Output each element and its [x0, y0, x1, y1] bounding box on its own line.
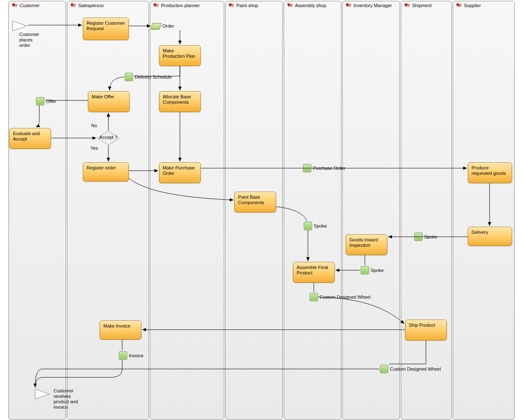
svg-point-14: [232, 5, 232, 5]
decision-no-label: No: [91, 123, 97, 128]
data-object-invoice[interactable]: [119, 351, 127, 360]
svg-point-21: [348, 4, 348, 5]
svg-point-12: [229, 4, 230, 5]
data-object-spoke-3[interactable]: [361, 266, 369, 274]
svg-point-28: [457, 4, 457, 5]
task-make-offer[interactable]: Make Offer: [88, 91, 130, 112]
data-object-purchase-order[interactable]: [303, 164, 311, 172]
task-ship-product[interactable]: Ship Product: [405, 320, 447, 341]
start-event-icon: [12, 20, 28, 32]
task-make-invoice[interactable]: Make Invoice: [100, 320, 141, 340]
task-register-order[interactable]: Register order: [83, 162, 129, 182]
decision-yes-label: Yes: [90, 146, 98, 151]
svg-point-27: [408, 5, 409, 5]
lane-supplier: Supplier: [453, 1, 515, 420]
task-make-purchase-order[interactable]: Make Purchase Order: [159, 162, 201, 183]
svg-point-11: [157, 5, 158, 5]
task-produce-requested-goods[interactable]: Produce requested goods: [468, 162, 512, 183]
svg-point-6: [74, 5, 74, 5]
svg-marker-33: [35, 389, 49, 399]
lane-title: Supplier: [464, 3, 481, 8]
role-icon: [153, 3, 159, 8]
role-icon: [70, 3, 77, 8]
lane-inventory: Inventory Manager: [342, 1, 400, 420]
decision-accept[interactable]: Accept ?: [97, 131, 120, 146]
lane-title: Paint shop: [236, 3, 258, 8]
svg-marker-32: [13, 21, 27, 31]
end-event-icon: [34, 388, 50, 400]
task-goods-inward-inspection[interactable]: Goods Inward Inspection: [346, 234, 387, 255]
svg-point-30: [459, 5, 460, 5]
svg-point-3: [16, 5, 16, 5]
svg-point-9: [155, 4, 156, 5]
svg-point-22: [349, 5, 349, 5]
lane-title: Inventory Manager: [354, 3, 392, 8]
data-object-spoke-2[interactable]: [414, 233, 423, 241]
task-evaluate-accept[interactable]: Evaluate and Accept: [9, 128, 51, 149]
lane-shipment: Shipment: [401, 1, 452, 420]
start-event-label: Customer places order: [19, 32, 44, 48]
svg-point-13: [231, 4, 231, 5]
svg-point-0: [13, 4, 13, 5]
svg-point-17: [289, 4, 290, 5]
role-icon: [345, 3, 352, 8]
lane-title: Customer: [20, 3, 40, 8]
svg-point-25: [406, 4, 407, 5]
role-icon: [228, 3, 235, 8]
data-object-delivery-schedule[interactable]: [125, 73, 133, 81]
role-icon: [404, 3, 410, 8]
svg-point-8: [154, 4, 154, 5]
svg-point-16: [288, 4, 288, 5]
task-paint-base-components[interactable]: Paint Base Components: [234, 192, 276, 213]
data-object-offer[interactable]: [36, 97, 44, 105]
lane-title: Assembly shop: [295, 3, 326, 8]
swimlane-diagram: Customer Salesperson Production planner …: [0, 0, 523, 420]
svg-point-4: [71, 4, 72, 5]
data-object-custom-wheel-1[interactable]: [310, 293, 318, 301]
role-icon: [456, 3, 462, 8]
lane-title: Shipment: [412, 3, 431, 8]
svg-point-5: [72, 4, 73, 5]
task-register-customer-request[interactable]: Register Customer Request: [83, 18, 129, 40]
lane-title: Salesperson: [78, 3, 104, 8]
lane-assembly: Assembly shop: [284, 1, 341, 420]
svg-point-23: [350, 5, 350, 5]
lane-customer: Customer: [8, 1, 66, 420]
svg-point-24: [405, 4, 405, 5]
data-object-custom-wheel-2[interactable]: [380, 365, 388, 373]
svg-point-2: [15, 5, 15, 5]
svg-point-29: [458, 4, 459, 5]
svg-point-18: [290, 5, 291, 5]
role-icon: [11, 3, 18, 8]
task-delivery[interactable]: Delivery: [468, 227, 512, 246]
svg-point-26: [408, 5, 408, 5]
data-object-spoke-1[interactable]: [304, 222, 312, 230]
svg-point-7: [74, 5, 75, 5]
svg-point-15: [233, 5, 233, 5]
svg-point-19: [291, 5, 292, 5]
role-icon: [287, 3, 293, 8]
end-event-label: Customer receives product and invoice: [54, 388, 83, 410]
svg-point-20: [346, 4, 347, 5]
task-allocate-base-components[interactable]: Allocate Base Components: [159, 91, 201, 112]
svg-point-10: [156, 5, 157, 5]
svg-point-31: [460, 5, 461, 5]
task-assemble-final-product[interactable]: Assemble Final Product: [293, 262, 335, 283]
lane-title: Production planner: [161, 3, 200, 8]
svg-point-1: [14, 4, 14, 5]
task-make-production-plan[interactable]: Make Production Plan: [159, 45, 201, 66]
